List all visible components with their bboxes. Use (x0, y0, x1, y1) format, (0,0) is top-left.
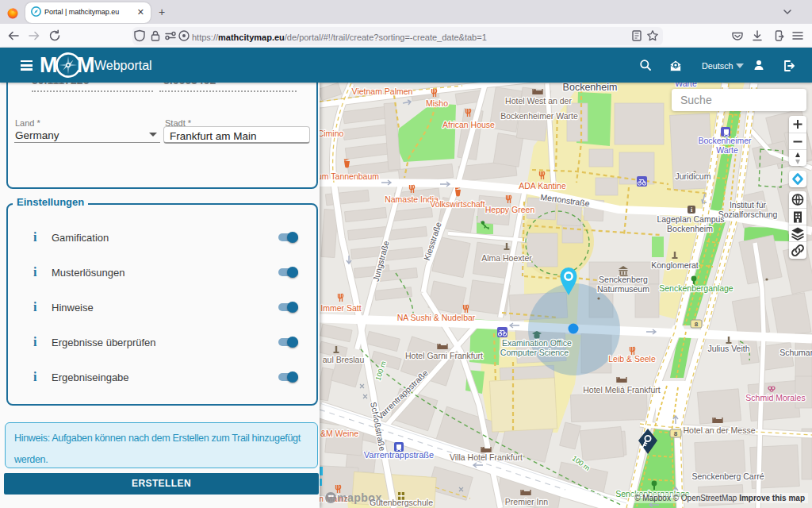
svg-text:Institut für: Institut für (730, 200, 767, 210)
svg-text:Juridicum: Juridicum (676, 171, 711, 181)
svg-text:Premier Inn: Premier Inn (505, 497, 548, 506)
svg-text:&M Weine: &M Weine (320, 429, 358, 438)
svg-text:Hotel an der Messe: Hotel an der Messe (683, 425, 755, 435)
svg-text:Sozialforschung: Sozialforschung (718, 210, 778, 219)
svg-text:Examination Office: Examination Office (502, 338, 572, 348)
svg-text:Vietnam Palmen: Vietnam Palmen (352, 87, 413, 96)
svg-text:Hotel West an der: Hotel West an der (505, 96, 572, 106)
svg-text:Bockenheim: Bockenheim (563, 83, 618, 93)
svg-text:Schmid Morales: Schmid Morales (745, 393, 805, 402)
svg-text:Volkswirtschaft: Volkswirtschaft (430, 199, 485, 209)
svg-text:African House: African House (442, 120, 495, 129)
svg-text:Bockenheimer Warte: Bockenheimer Warte (500, 111, 578, 121)
svg-text:ADA Kantine: ADA Kantine (519, 181, 566, 190)
svg-text:Villa Hotel Frankfurt: Villa Hotel Frankfurt (450, 452, 523, 462)
svg-text:Alma Hoexter: Alma Hoexter (481, 253, 532, 263)
svg-text:Immer Satt: Immer Satt (320, 303, 361, 313)
svg-text:Hotel Garni Frankfurt: Hotel Garni Frankfurt (405, 351, 483, 360)
svg-text:Leib & Seele: Leib & Seele (608, 354, 656, 364)
svg-text:Konglomerat: Konglomerat (651, 260, 699, 270)
svg-text:Heppy Green: Heppy Green (485, 205, 535, 214)
svg-text:aul Breslau: aul Breslau (323, 355, 365, 364)
svg-text:um Tannenbaum: um Tannenbaum (320, 171, 379, 181)
svg-text:Varrentrappstraße: Varrentrappstraße (364, 450, 434, 460)
svg-text:Misho: Misho (426, 98, 448, 108)
svg-text:NA Sushi & Nudelbar: NA Sushi & Nudelbar (397, 313, 476, 322)
svg-text:8: 8 (695, 321, 699, 328)
svg-text:Julius Veith: Julius Veith (707, 344, 749, 353)
svg-text:Senckenberg: Senckenberg (599, 275, 648, 284)
svg-text:Bockenheimer: Bockenheimer (698, 136, 752, 145)
svg-text:8: 8 (674, 430, 678, 437)
svg-text:Schumann-: Schumann- (779, 348, 812, 357)
svg-text:Lageplan Campus: Lageplan Campus (657, 214, 724, 224)
svg-text:Warte: Warte (675, 83, 697, 88)
svg-text:Bockenheim: Bockenheim (667, 224, 713, 233)
svg-text:Naturmuseum: Naturmuseum (597, 284, 649, 294)
svg-text:Senckenberganlage: Senckenberganlage (659, 283, 733, 293)
svg-text:Warte: Warte (716, 145, 738, 155)
svg-text:Hotel Meliá Frankfurt: Hotel Meliá Frankfurt (583, 385, 661, 394)
svg-text:Senckenberg Carré: Senckenberg Carré (691, 471, 764, 481)
svg-text:Cimino: Cimino (320, 129, 343, 138)
svg-text:Computer Science: Computer Science (500, 348, 569, 357)
